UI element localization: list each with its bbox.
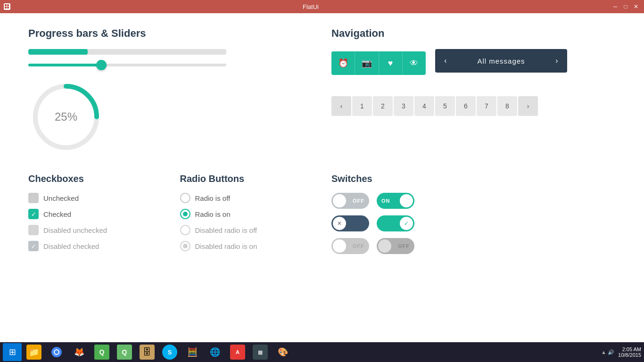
- main-content: Progress bars & Sliders 25% Navigation ⏰: [0, 13, 644, 173]
- pagination-prev[interactable]: ‹: [331, 96, 351, 116]
- svg-rect-0: [5, 4, 7, 6]
- checkbox-disabled-checked-box: ✓: [28, 241, 39, 251]
- radio-on-inner: [183, 212, 188, 216]
- slider-thumb[interactable]: [96, 60, 107, 70]
- taskbar-calc[interactable]: 🧮: [182, 343, 203, 361]
- pagination-8[interactable]: 8: [497, 96, 517, 116]
- minimize-button[interactable]: ─: [611, 2, 619, 11]
- navigation-section: Navigation ⏰ 📷 ♥ 👁 ‹ All messages › ‹ 1 …: [331, 27, 616, 159]
- x-icon: ✕: [337, 220, 342, 227]
- checkbox-unchecked-item: Unchecked: [28, 193, 161, 203]
- pagination: ‹ 1 2 3 4 5 6 7 8 ›: [331, 96, 548, 116]
- progress-bar-1: [28, 49, 226, 55]
- taskbar-app4[interactable]: Q: [91, 343, 112, 361]
- calc-icon: 🧮: [185, 345, 200, 360]
- radio-disabled-on-label: Disabled radio is on: [195, 242, 257, 250]
- nav-heart-icon[interactable]: ♥: [379, 51, 403, 75]
- switch-row-2: ✕ ✓: [331, 215, 464, 231]
- app4-icon: Q: [94, 345, 109, 360]
- svg-rect-2: [5, 7, 7, 8]
- pagination-3[interactable]: 3: [394, 96, 413, 116]
- switch-off-dark[interactable]: ✕: [331, 215, 369, 231]
- checkbox-checked-box[interactable]: ✓: [28, 209, 39, 219]
- file-explorer-icon: 📁: [26, 345, 41, 360]
- checkboxes-title: Checkboxes: [28, 173, 161, 184]
- taskbar-skype[interactable]: S: [159, 343, 180, 361]
- switch-on-dark-check[interactable]: ✓: [377, 215, 414, 231]
- checkbox-disabled-unchecked-box: [28, 225, 39, 235]
- taskbar-db[interactable]: 🗄: [137, 343, 157, 361]
- switch-disabled-2: OFF: [377, 238, 414, 254]
- db-icon: 🗄: [140, 345, 155, 360]
- nav-eye-icon[interactable]: 👁: [403, 51, 426, 75]
- switches-section: Switches OFF ON ✕ ✓: [331, 173, 464, 261]
- radio-on-item: Radio is on: [180, 209, 313, 219]
- taskbar-file-explorer[interactable]: 📁: [24, 343, 44, 361]
- checkmark-icon: ✓: [31, 211, 36, 218]
- circular-progress: 25%: [28, 79, 104, 155]
- switch-on-label-1: ON: [381, 198, 390, 204]
- radio-on-label: Radio is on: [195, 210, 231, 218]
- taskbar-app5[interactable]: Q: [114, 343, 135, 361]
- pagination-2[interactable]: 2: [373, 96, 393, 116]
- radio-on-outer[interactable]: [180, 209, 190, 219]
- taskbar-time-display: 2:05 AM: [618, 346, 641, 352]
- svg-rect-1: [7, 4, 9, 6]
- app-extra-icon: ▦: [253, 345, 268, 360]
- app5-icon: Q: [117, 345, 132, 360]
- maximize-button[interactable]: □: [621, 2, 630, 11]
- nav-next-button[interactable]: ›: [546, 49, 567, 73]
- radio-disabled-off-label: Disabled radio is off: [195, 226, 257, 234]
- switch-on-green[interactable]: ON: [377, 193, 414, 209]
- pagination-1[interactable]: 1: [352, 96, 372, 116]
- checkbox-unchecked-box[interactable]: [28, 193, 39, 203]
- nav-clock-icon[interactable]: ⏰: [331, 51, 355, 75]
- nav-camera-icon[interactable]: 📷: [355, 51, 379, 75]
- radio-disabled-on-item: Disabled radio is on: [180, 241, 313, 251]
- taskbar-app-extra[interactable]: ▦: [250, 343, 271, 361]
- pagination-next[interactable]: ›: [518, 96, 538, 116]
- switch-thumb-off-dark: ✕: [333, 217, 346, 230]
- checkbox-checked-item: ✓ Checked: [28, 209, 161, 219]
- checkbox-disabled-unchecked-item: Disabled unchecked: [28, 225, 161, 235]
- pagination-4[interactable]: 4: [414, 96, 434, 116]
- switch-thumb-on-green: [400, 194, 413, 207]
- taskbar-network[interactable]: 🌐: [205, 343, 225, 361]
- switch-off-label-1: OFF: [353, 198, 364, 204]
- taskbar-firefox[interactable]: 🦊: [69, 343, 90, 361]
- skype-icon: S: [162, 345, 177, 360]
- switch-thumb-disabled-1: [333, 239, 346, 253]
- pagination-7[interactable]: 7: [477, 96, 496, 116]
- check-icon: ✓: [404, 220, 409, 227]
- pagination-5[interactable]: 5: [435, 96, 455, 116]
- navigation-title: Navigation: [331, 27, 616, 40]
- radio-off-outer[interactable]: [180, 193, 190, 203]
- pagination-6[interactable]: 6: [456, 96, 476, 116]
- switch-disabled-label-1: OFF: [353, 243, 364, 249]
- taskbar-acrobat[interactable]: A: [227, 343, 248, 361]
- switch-row-3: OFF OFF: [331, 238, 464, 254]
- close-button[interactable]: ✕: [632, 2, 640, 11]
- radio-disabled-on-inner: [183, 244, 188, 248]
- taskbar-paint[interactable]: 🎨: [272, 343, 293, 361]
- nav-prev-button[interactable]: ‹: [435, 49, 456, 73]
- taskbar-chrome[interactable]: [46, 343, 67, 361]
- switch-thumb-off-gray: [333, 194, 346, 207]
- radio-disabled-off-outer: [180, 225, 190, 235]
- window-title: FlatUi: [10, 3, 611, 10]
- paint-icon: 🎨: [275, 345, 290, 360]
- switch-disabled-1: OFF: [331, 238, 369, 254]
- circular-percent-label: 25%: [55, 110, 77, 123]
- switch-disabled-label-2: OFF: [398, 243, 410, 249]
- network-icon: 🌐: [207, 345, 223, 360]
- slider-container[interactable]: [28, 60, 226, 70]
- svg-point-8: [55, 350, 58, 354]
- firefox-icon: 🦊: [72, 345, 87, 360]
- checkbox-disabled-unchecked-label: Disabled unchecked: [43, 226, 107, 234]
- switch-off-gray[interactable]: OFF: [331, 193, 369, 209]
- taskbar: ⊞ 📁 🦊 Q Q 🗄 S 🧮 🌐: [0, 342, 644, 362]
- radio-section: Radio Buttons Radio is off Radio is on D…: [180, 173, 313, 261]
- start-button[interactable]: ⊞: [3, 343, 22, 361]
- checkmark-disabled-icon: ✓: [31, 243, 36, 250]
- checkboxes-section: Checkboxes Unchecked ✓ Checked Disabled …: [28, 173, 161, 261]
